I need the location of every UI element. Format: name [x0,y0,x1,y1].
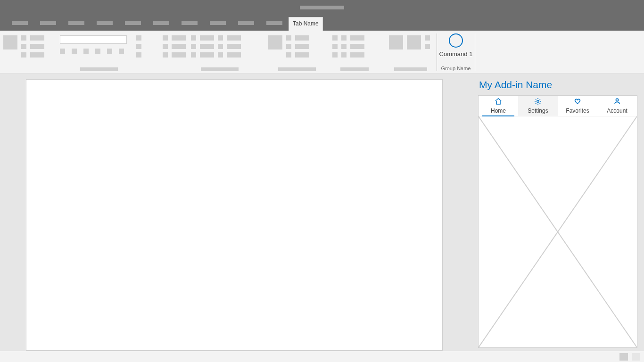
ribbon-tabs: Tab Name [0,15,644,31]
ribbon-tab-placeholder[interactable] [210,21,226,25]
ribbon-tab-placeholder[interactable] [266,21,282,25]
task-pane-pivot: Home Settings Favorites [479,96,637,116]
command-1-label: Command 1 [439,50,473,58]
ribbon-separator [475,33,475,71]
status-view-button[interactable] [632,353,640,361]
heart-icon [574,98,581,107]
gear-icon [534,98,542,107]
ribbon-ghost-group [386,31,437,73]
status-view-button[interactable] [619,353,628,361]
pivot-settings[interactable]: Settings [518,96,558,116]
task-pane: My Add-in Name Home Settings [478,74,644,351]
pivot-account-label: Account [607,107,627,114]
title-placeholder [300,6,344,9]
task-pane-content-placeholder [479,116,637,347]
ribbon-ghost-group [133,31,159,73]
ribbon: Command 1 Group Name [0,31,644,74]
pivot-home-label: Home [491,107,506,114]
pivot-home[interactable]: Home [479,96,518,116]
document-page[interactable] [26,79,443,351]
pivot-favorites-label: Favorites [566,107,589,114]
svg-point-1 [616,99,618,101]
workspace: My Add-in Name Home Settings [0,74,644,351]
person-icon [613,98,621,107]
ribbon-custom-group: Command 1 Group Name [437,31,475,73]
ribbon-ghost-group [0,31,57,73]
status-bar [0,351,644,362]
ribbon-tab-placeholder[interactable] [153,21,169,25]
ribbon-ghost-group [265,31,329,73]
command-circle-icon [449,33,463,48]
ribbon-group-label: Group Name [437,66,475,71]
ribbon-ghost-group [57,31,133,73]
ribbon-tab-placeholder[interactable] [68,21,84,25]
task-pane-body: Home Settings Favorites [478,95,637,348]
ribbon-ghost-group [159,31,188,73]
svg-point-0 [537,100,539,102]
pivot-account[interactable]: Account [597,96,637,116]
title-bar [0,0,644,15]
home-icon [495,98,502,107]
ribbon-ghost-group [329,31,386,73]
ribbon-tab-placeholder[interactable] [125,21,141,25]
document-area [0,74,478,351]
ribbon-tab-placeholder[interactable] [97,21,113,25]
pivot-settings-label: Settings [528,107,548,114]
ribbon-tab-placeholder[interactable] [238,21,254,25]
ribbon-tab-placeholder[interactable] [182,21,198,25]
ribbon-ghost-group [188,31,265,73]
pivot-favorites[interactable]: Favorites [558,96,597,116]
ribbon-tab-placeholder[interactable] [12,21,28,25]
task-pane-title: My Add-in Name [478,74,637,95]
ribbon-tab-placeholder[interactable] [40,21,56,25]
ribbon-tab-active[interactable]: Tab Name [289,17,323,31]
